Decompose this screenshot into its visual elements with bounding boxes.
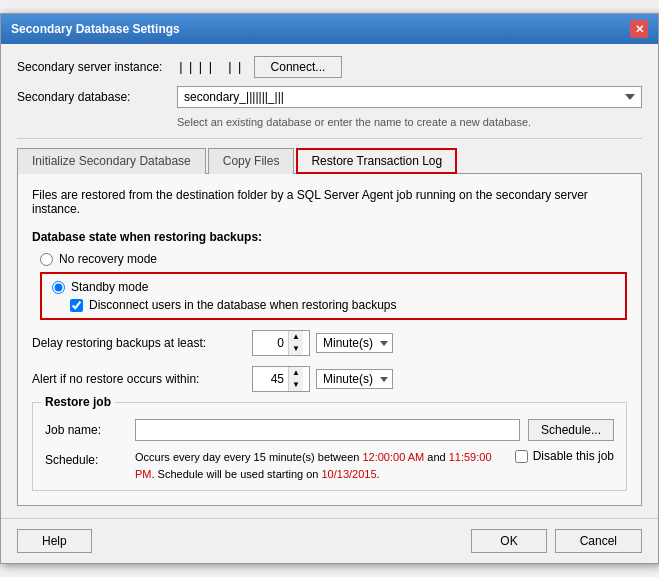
schedule-date: 10/13/2015 [322, 468, 377, 480]
schedule-text-4: . [377, 468, 380, 480]
database-hint: Select an existing database or enter the… [177, 116, 642, 128]
disable-job-checkbox[interactable] [515, 450, 528, 463]
checkbox-disconnect-row: Disconnect users in the database when re… [70, 298, 615, 312]
connect-button[interactable]: Connect... [254, 56, 343, 78]
alert-input[interactable]: 45 [253, 370, 288, 388]
tab-panel-restore: Files are restored from the destination … [17, 174, 642, 506]
dialog-body: Secondary server instance: |||| || Conne… [1, 44, 658, 518]
alert-unit-dropdown[interactable]: Minute(s) [316, 369, 393, 389]
disable-job-label: Disable this job [533, 449, 614, 463]
radio-standby-row: Standby mode [52, 280, 615, 294]
disable-job-row: Disable this job [515, 449, 614, 463]
help-button[interactable]: Help [17, 529, 92, 553]
schedule-button[interactable]: Schedule... [528, 419, 614, 441]
delay-spinbox-buttons: ▲ ▼ [288, 331, 303, 355]
database-dropdown-wrapper: secondary_|||||||_||| [177, 86, 642, 108]
delay-input[interactable]: 0 [253, 334, 288, 352]
radio-no-recovery[interactable] [40, 253, 53, 266]
database-dropdown[interactable]: secondary_|||||||_||| [177, 86, 642, 108]
radio-no-recovery-label: No recovery mode [59, 252, 157, 266]
delay-unit-dropdown[interactable]: Minute(s) [316, 333, 393, 353]
tab-restore-transaction-log[interactable]: Restore Transaction Log [296, 148, 457, 174]
alert-spinbox: 45 ▲ ▼ [252, 366, 310, 392]
dialog-secondary-database-settings: Secondary Database Settings ✕ Secondary … [0, 13, 659, 564]
delay-decrement-button[interactable]: ▼ [289, 343, 303, 355]
schedule-text-3: . Schedule will be used starting on [152, 468, 322, 480]
title-bar: Secondary Database Settings ✕ [1, 14, 658, 44]
db-state-label: Database state when restoring backups: [32, 230, 627, 244]
server-instance-control: |||| || Connect... [177, 56, 642, 78]
radio-standby[interactable] [52, 281, 65, 294]
alert-spinbox-buttons: ▲ ▼ [288, 367, 303, 391]
close-button[interactable]: ✕ [630, 20, 648, 38]
cancel-button[interactable]: Cancel [555, 529, 642, 553]
database-control: secondary_|||||||_||| [177, 86, 642, 108]
schedule-text-1: Occurs every day every 15 minute(s) betw… [135, 451, 362, 463]
footer-right: OK Cancel [471, 529, 642, 553]
alert-label: Alert if no restore occurs within: [32, 372, 252, 386]
tabs-container: Initialize Secondary Database Copy Files… [17, 147, 642, 174]
tab-initialize[interactable]: Initialize Secondary Database [17, 148, 206, 174]
radio-standby-label: Standby mode [71, 280, 148, 294]
delay-increment-button[interactable]: ▲ [289, 331, 303, 343]
panel-description: Files are restored from the destination … [32, 188, 627, 216]
schedule-text-2: and [424, 451, 448, 463]
footer: Help OK Cancel [1, 518, 658, 563]
server-instance-label: Secondary server instance: [17, 60, 177, 74]
delay-spinbox: 0 ▲ ▼ [252, 330, 310, 356]
ok-button[interactable]: OK [471, 529, 546, 553]
delay-row: Delay restoring backups at least: 0 ▲ ▼ … [32, 330, 627, 356]
database-label: Secondary database: [17, 90, 177, 104]
job-name-row: Job name: LSRestore_||| |||| | ||_||||||… [45, 419, 614, 441]
alert-decrement-button[interactable]: ▼ [289, 379, 303, 391]
delay-label: Delay restoring backups at least: [32, 336, 252, 350]
restore-job-title: Restore job [41, 395, 115, 409]
restore-job-section: Restore job Job name: LSRestore_||| ||||… [32, 402, 627, 491]
standby-box: Standby mode Disconnect users in the dat… [40, 272, 627, 320]
schedule-label: Schedule: [45, 449, 135, 467]
checkbox-disconnect[interactable] [70, 299, 83, 312]
job-name-label: Job name: [45, 419, 135, 437]
radio-no-recovery-row: No recovery mode [32, 252, 627, 266]
alert-row: Alert if no restore occurs within: 45 ▲ … [32, 366, 627, 392]
server-instance-row: Secondary server instance: |||| || Conne… [17, 56, 642, 78]
job-name-input[interactable]: LSRestore_||| |||| | ||_|||||||| [135, 419, 520, 441]
divider [17, 138, 642, 139]
alert-increment-button[interactable]: ▲ [289, 367, 303, 379]
server-instance-value: |||| || [177, 60, 246, 75]
schedule-row: Schedule: Occurs every day every 15 minu… [45, 449, 614, 482]
schedule-time-1: 12:00:00 AM [362, 451, 424, 463]
database-row: Secondary database: secondary_|||||||_||… [17, 86, 642, 108]
dialog-title: Secondary Database Settings [11, 22, 180, 36]
checkbox-disconnect-label: Disconnect users in the database when re… [89, 298, 397, 312]
schedule-text: Occurs every day every 15 minute(s) betw… [135, 449, 507, 482]
tab-copy-files[interactable]: Copy Files [208, 148, 295, 174]
